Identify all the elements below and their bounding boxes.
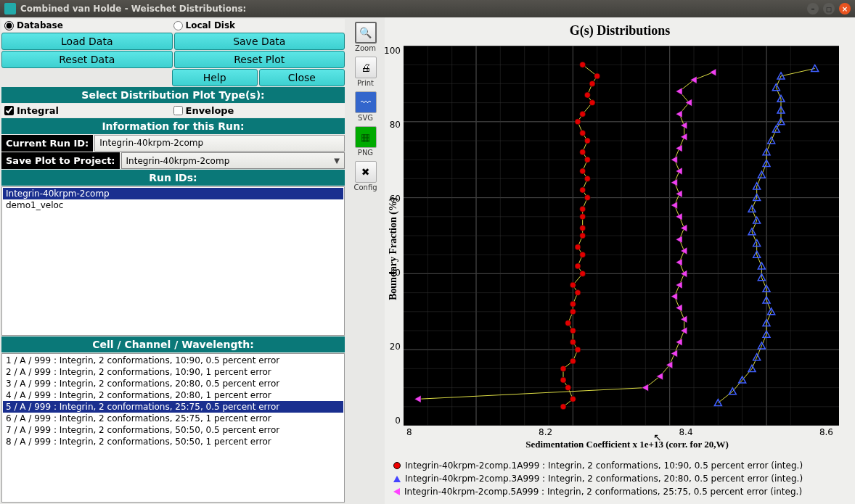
svg-point-56 <box>570 301 576 307</box>
zoom-icon: 🔍 <box>355 22 377 44</box>
save-plot-label: Save Plot to Project: <box>1 152 120 169</box>
zoom-tool[interactable]: 🔍Zoom <box>353 20 378 54</box>
svg-point-72 <box>580 149 586 155</box>
window-title: Combined van Holde - Weischet Distributi… <box>20 4 246 14</box>
ccw-item[interactable]: 1 / A / 999 : Integrin, 2 conformations,… <box>3 355 343 366</box>
source-radio-group: Database Local Disk <box>1 19 345 32</box>
svg-point-67 <box>584 195 590 201</box>
svg-point-69 <box>584 175 590 181</box>
svg-point-55 <box>570 309 576 315</box>
reset-data-button[interactable]: Reset Data <box>1 51 173 68</box>
svg-point-51 <box>575 347 581 352</box>
svg-point-58 <box>570 282 576 288</box>
ccw-item[interactable]: 5 / A / 999 : Integrin, 2 conformations,… <box>3 401 343 413</box>
config-icon: ✖ <box>355 161 377 183</box>
run-id-item[interactable]: Integrin-40krpm-2comp <box>3 188 343 199</box>
svg-point-60 <box>575 263 581 269</box>
toolbar: 🔍Zoom 🖨Print 〰SVG ▦PNG ✖Config <box>346 17 385 504</box>
svg-point-80 <box>594 73 600 79</box>
svg-point-63 <box>580 233 586 239</box>
svg-point-74 <box>580 131 586 136</box>
svg-point-61 <box>580 252 586 257</box>
svg-point-78 <box>584 92 590 98</box>
svg-point-50 <box>570 358 576 364</box>
ccw-header: Cell / Channel / Wavelength: <box>1 336 345 352</box>
png-icon: ▦ <box>355 126 377 148</box>
run-ids-header: Run IDs: <box>1 170 345 186</box>
plot-svg <box>404 46 839 426</box>
svg-point-54 <box>565 321 571 326</box>
plot-type-checkboxes: Integral Envelope <box>1 104 345 117</box>
svg-point-71 <box>584 157 590 162</box>
svg-point-81 <box>580 62 586 67</box>
maximize-button[interactable]: ◻ <box>823 3 835 15</box>
svg-point-47 <box>565 385 571 391</box>
svg-point-46 <box>570 396 576 402</box>
close-button[interactable]: Close <box>259 69 345 86</box>
print-tool[interactable]: 🖨Print <box>353 55 378 88</box>
svg-point-57 <box>575 290 581 296</box>
chart-title: G(s) Distributions <box>386 19 854 43</box>
svg-point-70 <box>580 168 586 174</box>
legend-item: Integrin-40krpm-2comp.1A999 : Integrin, … <box>393 459 846 472</box>
svg-point-68 <box>580 187 586 193</box>
plot-types-header: Select Distribution Plot Type(s): <box>1 87 345 103</box>
ccw-item[interactable]: 3 / A / 999 : Integrin, 2 conformations,… <box>3 378 343 389</box>
svg-point-52 <box>570 339 576 345</box>
svg-icon: 〰 <box>355 91 377 113</box>
reset-plot-button[interactable]: Reset Plot <box>174 51 345 68</box>
svg-point-49 <box>560 365 566 371</box>
config-tool[interactable]: ✖Config <box>352 160 378 193</box>
png-tool[interactable]: ▦PNG <box>353 125 378 158</box>
svg-point-77 <box>589 100 595 106</box>
chart-panel: G(s) Distributions Boundary Fraction (%)… <box>385 17 855 504</box>
titlebar: Combined van Holde - Weischet Distributi… <box>0 0 855 17</box>
run-id-item[interactable]: demo1_veloc <box>3 199 343 211</box>
svg-point-64 <box>580 226 586 231</box>
left-panel: Database Local Disk Load Data Save Data … <box>0 17 346 504</box>
svg-point-73 <box>584 138 590 144</box>
envelope-checkbox[interactable]: Envelope <box>173 105 343 116</box>
load-data-button[interactable]: Load Data <box>1 33 173 50</box>
app-icon <box>4 3 16 15</box>
plot-area[interactable]: 100806040200 <box>404 46 839 426</box>
svg-point-79 <box>589 80 595 86</box>
svg-point-59 <box>580 270 586 276</box>
ccw-item[interactable]: 6 / A / 999 : Integrin, 2 conformations,… <box>3 413 343 424</box>
ccw-item[interactable]: 8 / A / 999 : Integrin, 2 conformations,… <box>3 436 343 447</box>
svg-point-65 <box>580 214 586 220</box>
ccw-item[interactable]: 4 / A / 999 : Integrin, 2 conformations,… <box>3 389 343 401</box>
ccw-list[interactable]: 1 / A / 999 : Integrin, 2 conformations,… <box>1 353 345 503</box>
svg-point-75 <box>575 119 581 125</box>
minimize-button[interactable]: – <box>807 3 819 15</box>
legend: Integrin-40krpm-2comp.1A999 : Integrin, … <box>386 455 854 503</box>
close-window-button[interactable]: × <box>839 3 851 15</box>
current-run-field[interactable]: Integrin-40krpm-2comp <box>94 135 345 152</box>
local-disk-radio[interactable]: Local Disk <box>173 20 343 30</box>
integral-checkbox[interactable]: Integral <box>4 105 173 116</box>
run-ids-list[interactable]: Integrin-40krpm-2compdemo1_veloc <box>1 186 345 336</box>
svg-point-45 <box>560 404 566 410</box>
print-icon: 🖨 <box>355 57 377 78</box>
save-data-button[interactable]: Save Data <box>174 33 345 50</box>
x-axis-ticks: 88.28.48.6 <box>401 427 854 437</box>
x-axis-label: Sedimentation Coefficient x 1e+13 (corr.… <box>401 437 854 455</box>
svg-point-62 <box>575 244 581 250</box>
legend-item: Integrin-40krpm-2comp.3A999 : Integrin, … <box>393 472 846 485</box>
svg-point-66 <box>580 206 586 212</box>
save-plot-combo[interactable]: Integrin-40krpm-2comp <box>121 152 345 169</box>
app-body: Database Local Disk Load Data Save Data … <box>0 17 855 504</box>
help-button[interactable]: Help <box>172 69 258 86</box>
info-header: Information for this Run: <box>1 118 345 134</box>
svg-tool[interactable]: 〰SVG <box>353 90 378 123</box>
database-radio[interactable]: Database <box>4 20 173 30</box>
legend-item: Integrin-40krpm-2comp.5A999 : Integrin, … <box>393 485 846 498</box>
ccw-item[interactable]: 2 / A / 999 : Integrin, 2 conformations,… <box>3 366 343 378</box>
svg-point-53 <box>570 328 576 334</box>
y-axis-ticks: 100806040200 <box>383 46 401 426</box>
ccw-item[interactable]: 7 / A / 999 : Integrin, 2 conformations,… <box>3 424 343 436</box>
current-run-label: Current Run ID: <box>1 135 93 152</box>
svg-point-76 <box>580 111 586 117</box>
svg-point-48 <box>560 377 566 383</box>
